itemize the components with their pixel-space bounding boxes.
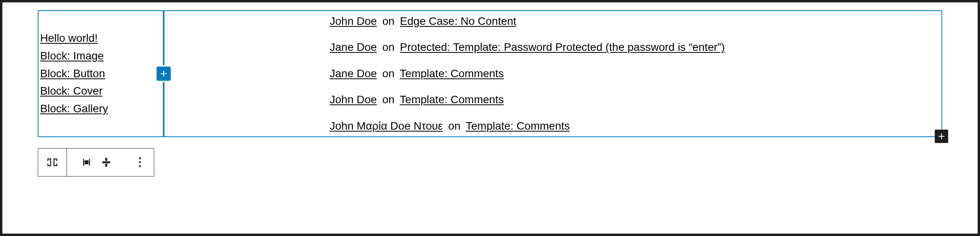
block-inserter-button[interactable] xyxy=(935,130,948,143)
block-type-button[interactable] xyxy=(38,149,66,176)
comment-post-link[interactable]: Template: Comments xyxy=(400,67,504,80)
latest-post-link[interactable]: Block: Gallery xyxy=(40,100,108,118)
latest-post-link[interactable]: Block: Cover xyxy=(40,82,103,100)
latest-post-link[interactable]: Block: Button xyxy=(40,65,105,83)
more-options-button[interactable] xyxy=(125,149,154,176)
recent-comment: John Doe on Template: Comments xyxy=(330,93,941,107)
alignment-group xyxy=(66,149,125,176)
comment-post-link[interactable]: Protected: Template: Password Protected … xyxy=(400,41,725,53)
on-text: on xyxy=(380,67,397,80)
recent-comment: Jane Doe on Template: Comments xyxy=(330,67,941,81)
latest-post-link[interactable]: Block: Image xyxy=(40,47,104,65)
svg-rect-9 xyxy=(105,164,107,167)
on-text: on xyxy=(380,15,397,27)
latest-post-link[interactable]: Hello world! xyxy=(40,30,98,47)
more-icon xyxy=(139,157,141,167)
comment-author-link[interactable]: John Μαρία Doe Ντουε xyxy=(330,120,443,132)
column-right[interactable]: John Doe on Edge Case: No Content Jane D… xyxy=(157,14,941,133)
comment-author-link[interactable]: Jane Doe xyxy=(330,41,377,53)
comment-post-link[interactable]: Template: Comments xyxy=(400,93,504,106)
column-left[interactable]: Hello world! Block: Image Block: Button … xyxy=(39,14,157,133)
horizontal-align-button[interactable] xyxy=(81,156,92,168)
vertical-align-button[interactable] xyxy=(100,156,112,168)
on-text: on xyxy=(446,120,463,132)
on-text: on xyxy=(380,93,397,106)
columns-block-selected[interactable]: Hello world! Block: Image Block: Button … xyxy=(38,10,942,137)
comment-author-link[interactable]: John Doe xyxy=(330,15,377,27)
recent-comment: John Doe on Edge Case: No Content xyxy=(330,14,941,28)
align-icon xyxy=(81,156,92,168)
comment-post-link[interactable]: Edge Case: No Content xyxy=(400,15,517,27)
svg-rect-7 xyxy=(102,161,110,163)
comment-author-link[interactable]: John Doe xyxy=(330,93,377,106)
plus-icon xyxy=(938,132,945,140)
comment-author-link[interactable]: Jane Doe xyxy=(330,67,377,80)
recent-comment: Jane Doe on Protected: Template: Passwor… xyxy=(330,40,941,54)
comment-post-link[interactable]: Template: Comments xyxy=(466,120,570,132)
recent-comment: John Μαρία Doe Ντουε on Template: Commen… xyxy=(330,119,941,133)
svg-rect-8 xyxy=(105,158,107,161)
on-text: on xyxy=(380,41,397,53)
svg-rect-5 xyxy=(85,161,88,164)
editor-canvas: Hello world! Block: Image Block: Button … xyxy=(2,2,978,234)
vertical-align-icon xyxy=(100,156,112,168)
columns-icon xyxy=(46,156,59,169)
block-toolbar xyxy=(38,148,154,177)
